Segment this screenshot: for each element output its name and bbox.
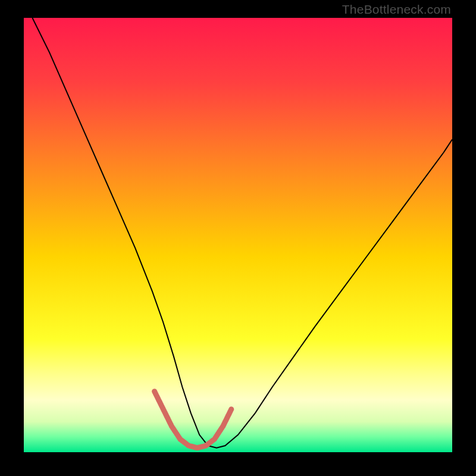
curve-layer (24, 18, 452, 452)
chart-frame: TheBottleneck.com (0, 0, 476, 476)
plot-area (24, 18, 452, 452)
watermark-label: TheBottleneck.com (342, 2, 451, 17)
bottleneck-curve (32, 18, 452, 448)
